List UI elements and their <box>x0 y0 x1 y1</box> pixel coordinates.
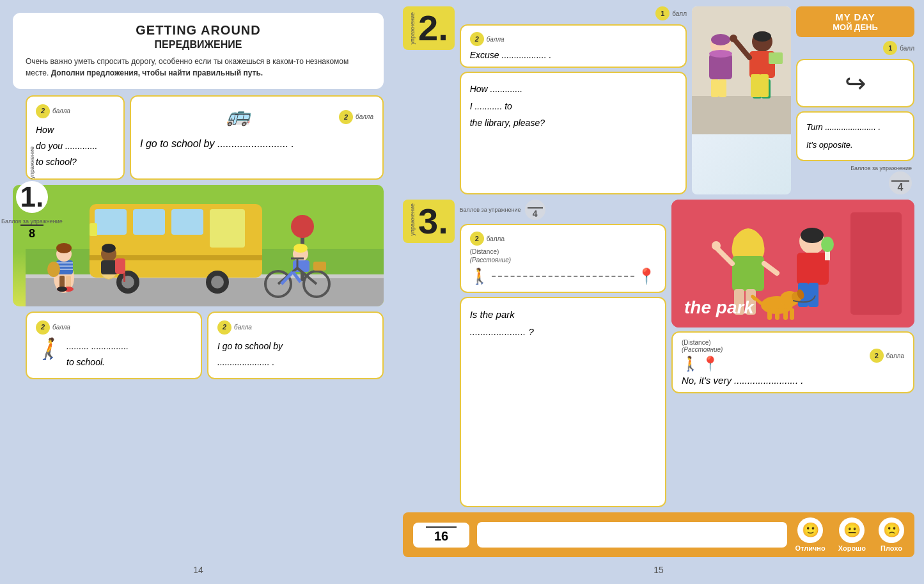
ex3-distance-card1: 2 балла (Distance) (Расстояние) 🚶 <box>460 224 666 293</box>
ex3-distance-label: (Distance) <box>470 248 499 255</box>
the-park-text: the park <box>684 297 754 318</box>
myday-score-badge-label: балл <box>900 45 914 52</box>
emoji-neutral: 😐 Хорошо <box>838 517 866 552</box>
ex2-number-box: упражнение 2. <box>403 6 455 50</box>
emoji-neutral-label: Хорошо <box>838 544 866 552</box>
svg-rect-7 <box>95 209 127 235</box>
svg-rect-91 <box>790 308 794 320</box>
emoji-scores: 🙂 Отлично 😐 Хорошо 🙁 Плохо <box>795 517 904 552</box>
svg-point-55 <box>709 50 732 58</box>
ex2-how-line3: the library, please? <box>470 114 677 132</box>
ex2-scene <box>692 6 791 194</box>
ex1-card1-badge-label: балла <box>52 106 70 117</box>
ex2-how-line1: How ............. <box>470 81 677 98</box>
svg-rect-16 <box>90 223 97 236</box>
ex2-how-card: How ............. I ........... to the l… <box>460 72 687 194</box>
ex3-label: упражнение <box>409 203 416 235</box>
ex1-card2-badge: 2 <box>339 110 353 124</box>
svg-rect-57 <box>719 79 726 97</box>
person-icon1: 🚶 <box>470 267 489 285</box>
ex3-score: 4 <box>528 207 543 219</box>
left-page-number: 14 <box>13 562 384 578</box>
svg-point-73 <box>712 241 721 250</box>
svg-rect-51 <box>692 96 791 134</box>
ex2-score-badge-label: балла <box>487 36 505 43</box>
ex3-score-badge-label: балла <box>487 235 505 242</box>
svg-rect-47 <box>313 262 326 271</box>
ex2-score: 4 <box>891 180 909 193</box>
ex1-card4-line1: I go to school by <box>217 338 373 354</box>
svg-rect-10 <box>210 209 245 248</box>
right-page: упражнение 2. 1 балл 2 балла Excuse ....… <box>396 0 924 584</box>
ex3-question-card: Is the park ..................... ? <box>460 297 666 507</box>
pin-icon1: 📍 <box>637 267 656 285</box>
ex1-card4-badge-label: балла <box>234 322 252 333</box>
scene-bus <box>13 185 384 306</box>
ex2-arrow-card: ↪ <box>796 59 914 107</box>
ex1-card3-badge: 2 <box>36 320 50 335</box>
ex2-label: упражнение <box>409 12 416 44</box>
myday-title-ru: МОЙ ДЕНЬ <box>804 22 907 32</box>
title-english: GETTING AROUND <box>26 23 371 38</box>
svg-rect-67 <box>760 74 769 97</box>
svg-point-15 <box>211 276 224 288</box>
svg-point-39 <box>294 244 308 253</box>
myday-title-en: MY DAY <box>804 12 907 22</box>
ex2-excuse-text: Excuse .................. . <box>470 50 677 60</box>
ex2-turn-text: Turn ...................... . <box>806 120 904 134</box>
ex3-number: 3. <box>418 203 448 239</box>
ex2-score-badge: 2 <box>470 32 484 46</box>
svg-rect-35 <box>123 273 125 282</box>
emoji-bad: 🙁 Плохо <box>879 517 904 552</box>
title-russian: ПЕРЕДВИЖЕНИЕ <box>26 39 371 51</box>
ex3-question-line2: ..................... ? <box>470 323 656 340</box>
emoji-bad-label: Плохо <box>881 544 902 552</box>
ex3-question-line1: Is the park <box>470 306 656 323</box>
ex2-number: 2. <box>418 10 448 46</box>
bottom-bar: 16 🙂 Отлично 😐 Хорошо 🙁 Плохо <box>403 512 914 557</box>
ex1-label: упражнение <box>29 146 35 178</box>
bus-icon: 🚌 <box>140 104 336 127</box>
description: Очень важно уметь спросить дорогу, особе… <box>26 56 371 79</box>
ex2-score-top-badge: 1 <box>655 6 670 20</box>
sad-icon: 🙁 <box>879 517 904 543</box>
svg-rect-21 <box>56 262 73 264</box>
svg-point-59 <box>753 31 771 42</box>
ex1-card-goby: 🚌 2 балла I go to school by ............… <box>130 95 384 180</box>
svg-rect-90 <box>783 308 788 320</box>
ex1-card2-text: I go to school by ......................… <box>140 133 373 155</box>
title-box: GETTING AROUND ПЕРЕДВИЖЕНИЕ Очень важно … <box>13 13 384 89</box>
svg-rect-63 <box>769 52 783 64</box>
ex1-card1-badge: 2 <box>36 104 50 118</box>
svg-point-18 <box>291 215 314 238</box>
svg-rect-83 <box>808 283 818 307</box>
svg-rect-34 <box>115 258 125 274</box>
svg-point-32 <box>102 244 116 253</box>
ex1-card4-badge: 2 <box>217 320 231 335</box>
total-score: 16 <box>426 526 457 544</box>
myday-header: MY DAY МОЙ ДЕНЬ <box>796 6 914 37</box>
myday-score-badge: 1 <box>883 41 897 55</box>
ex1-card1-line1: How <box>36 122 114 138</box>
ex1-card2-badge-label: балла <box>356 113 373 120</box>
neutral-icon: 😐 <box>839 517 865 543</box>
svg-rect-71 <box>732 256 764 291</box>
ex3-distance-label-ru: (Расстояние) <box>470 256 511 264</box>
emoji-good: 🙂 Отлично <box>795 517 825 552</box>
ex3-answer-text: No, it's very ........................ . <box>682 375 904 386</box>
blank-score-box <box>477 522 787 548</box>
svg-rect-79 <box>797 253 829 285</box>
svg-rect-66 <box>751 74 761 97</box>
svg-rect-89 <box>775 308 779 320</box>
pin-icon2: 📍 <box>701 356 719 372</box>
ex1-score: 8 <box>20 225 43 241</box>
ex2-how-line2: I ........... to <box>470 98 677 115</box>
ex3-distance2-label: (Distance) <box>682 339 723 346</box>
arrow-right-icon: ↪ <box>805 68 905 99</box>
ex2-opposite-text: It's opposite. <box>806 138 904 152</box>
svg-point-25 <box>56 243 72 253</box>
ex1-card-goby2: 2 балла I go to school by ..............… <box>207 312 384 379</box>
svg-point-81 <box>821 237 834 252</box>
ex1-card4-line2: ..................... . <box>217 354 373 370</box>
ex2-score-top-label: балл <box>672 10 687 17</box>
